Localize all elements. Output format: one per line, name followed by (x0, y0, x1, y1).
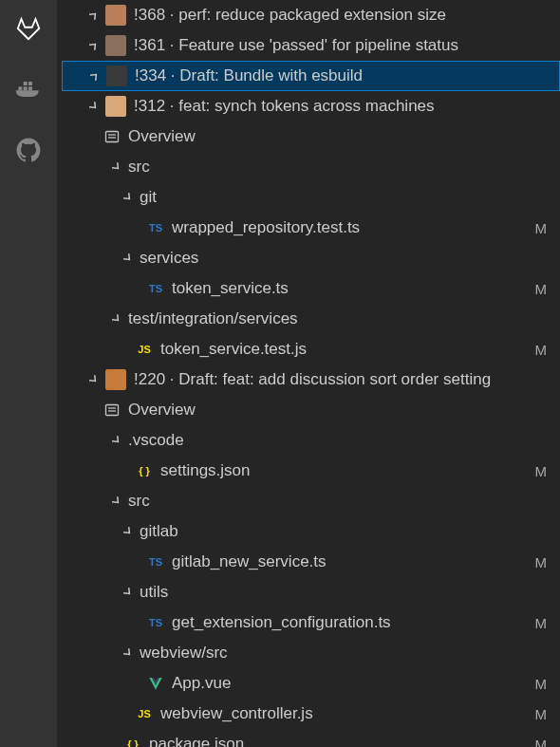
activity-bar (0, 0, 57, 747)
folder-label: services (140, 249, 560, 268)
chevron-down-icon[interactable] (109, 433, 124, 448)
merge-request-item[interactable]: !312 · feat: synch tokens across machine… (62, 91, 560, 121)
folder-label: gitlab (140, 522, 560, 541)
svg-rect-2 (28, 86, 32, 90)
merge-request-label: !220 · Draft: feat: add discussion sort … (134, 370, 560, 389)
file-label: settings.json (160, 461, 535, 480)
folder-item[interactable]: gitlab (62, 516, 560, 547)
merge-request-label: !334 · Draft: Bundle with esbuild (135, 66, 559, 85)
gitlab-icon[interactable] (11, 11, 46, 46)
chevron-down-icon[interactable] (109, 311, 124, 327)
overview-label: Overview (128, 401, 560, 420)
file-label: gitlab_new_service.ts (172, 552, 535, 571)
merge-request-item[interactable]: !368 · perf: reduce packaged extension s… (62, 0, 560, 30)
file-item[interactable]: TS get_extension_configuration.ts M (62, 607, 560, 638)
file-item[interactable]: TS gitlab_new_service.ts M (62, 547, 560, 577)
file-label: package.json (149, 735, 535, 747)
file-label: webview_controller.js (160, 704, 535, 723)
merge-request-item[interactable]: !334 · Draft: Bundle with esbuild (62, 61, 560, 91)
svg-rect-4 (28, 82, 32, 85)
merge-request-label: !368 · perf: reduce packaged extension s… (134, 6, 560, 25)
file-item[interactable]: TS wrapped_repository.test.ts M (62, 213, 560, 243)
merge-request-label: !312 · feat: synch tokens across machine… (134, 97, 560, 116)
file-item[interactable]: JS token_service.test.js M (62, 334, 560, 364)
folder-label: test/integration/services (128, 309, 560, 328)
folder-label: webview/src (140, 644, 560, 663)
file-item[interactable]: { } package.json M (62, 729, 560, 747)
svg-rect-8 (106, 405, 119, 416)
merge-request-item[interactable]: !361 · Feature use 'passed' for pipeline… (62, 30, 560, 61)
file-label: wrapped_repository.test.ts (172, 218, 535, 237)
file-status: M (535, 554, 548, 570)
chevron-down-icon[interactable] (121, 524, 136, 539)
docker-icon[interactable] (11, 72, 46, 106)
svg-rect-1 (24, 86, 28, 90)
folder-item[interactable]: test/integration/services (62, 304, 560, 334)
file-label: token_service.ts (172, 279, 535, 298)
folder-item[interactable]: utils (62, 577, 560, 607)
chevron-down-icon[interactable] (86, 372, 102, 387)
overview-item[interactable]: Overview (62, 395, 560, 425)
folder-item[interactable]: webview/src (62, 638, 560, 668)
folder-label: src (128, 492, 560, 511)
chevron-right-icon[interactable] (86, 38, 102, 53)
file-item[interactable]: JS webview_controller.js M (62, 699, 560, 729)
file-status: M (535, 281, 548, 297)
merge-request-label: !361 · Feature use 'passed' for pipeline… (134, 36, 560, 55)
folder-label: src (128, 158, 560, 177)
file-label: get_extension_configuration.ts (172, 613, 535, 632)
overview-icon (102, 402, 122, 418)
chevron-down-icon[interactable] (121, 190, 136, 205)
file-status: M (535, 737, 548, 748)
folder-item[interactable]: src (62, 486, 560, 516)
folder-item[interactable]: services (62, 243, 560, 273)
file-status: M (535, 342, 548, 358)
folder-item[interactable]: git (62, 182, 560, 213)
file-item[interactable]: { } settings.json M (62, 456, 560, 486)
chevron-down-icon[interactable] (121, 585, 136, 600)
overview-label: Overview (128, 127, 560, 146)
file-label: token_service.test.js (160, 340, 535, 359)
folder-item[interactable]: .vscode (62, 425, 560, 456)
folder-label: git (140, 188, 560, 207)
file-status: M (535, 220, 548, 236)
file-item[interactable]: App.vue M (62, 668, 560, 699)
chevron-down-icon[interactable] (121, 251, 136, 266)
chevron-down-icon[interactable] (109, 494, 124, 509)
file-item[interactable]: TS token_service.ts M (62, 273, 560, 304)
file-status: M (535, 463, 548, 479)
merge-requests-tree: !368 · perf: reduce packaged extension s… (57, 0, 560, 747)
chevron-down-icon[interactable] (121, 645, 136, 661)
file-label: App.vue (172, 674, 535, 693)
svg-rect-3 (24, 82, 28, 85)
folder-item[interactable]: src (62, 152, 560, 182)
chevron-right-icon[interactable] (87, 68, 103, 84)
file-status: M (535, 615, 548, 631)
chevron-down-icon[interactable] (109, 159, 124, 175)
folder-label: utils (140, 583, 560, 602)
svg-rect-0 (18, 86, 22, 90)
overview-item[interactable]: Overview (62, 121, 560, 152)
folder-label: .vscode (128, 431, 560, 450)
svg-rect-5 (106, 132, 119, 142)
chevron-right-icon[interactable] (86, 8, 102, 23)
merge-request-item[interactable]: !220 · Draft: feat: add discussion sort … (62, 364, 560, 395)
file-status: M (535, 706, 548, 722)
overview-icon (102, 129, 122, 144)
chevron-down-icon[interactable] (86, 99, 102, 114)
file-status: M (535, 676, 548, 692)
github-icon[interactable] (11, 133, 46, 167)
